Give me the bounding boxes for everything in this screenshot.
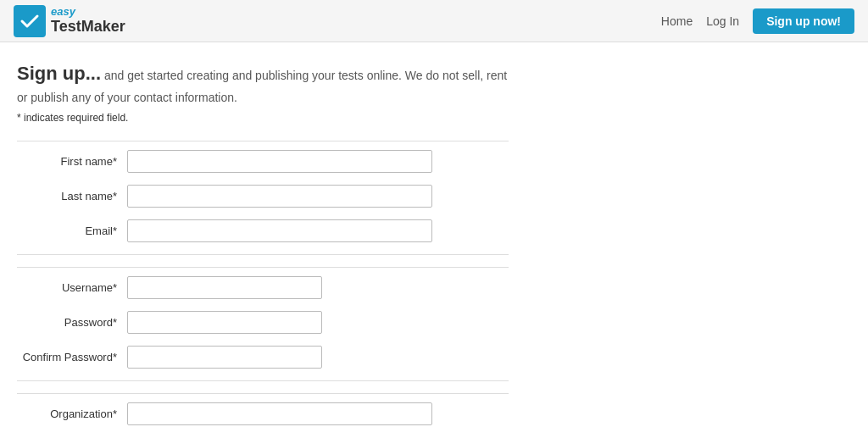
org-section: Organization* Zip/Postal Code Country Un… xyxy=(17,393,509,427)
organization-label: Organization* xyxy=(17,408,127,420)
password-label: Password* xyxy=(17,316,127,329)
confirm-password-label: Confirm Password* xyxy=(17,351,127,363)
credentials-section: Username* Password* Confirm Password* xyxy=(17,267,509,369)
first-name-label: First name* xyxy=(17,155,127,168)
confirm-password-input[interactable] xyxy=(127,346,322,369)
organization-input[interactable] xyxy=(127,402,432,425)
page-heading: Sign up... and get started creating and … xyxy=(17,63,509,107)
username-input[interactable] xyxy=(127,276,322,299)
logo-text: easy TestMaker xyxy=(51,6,125,35)
username-group: Username* xyxy=(17,276,509,299)
logo-testmaker: TestMaker xyxy=(51,19,125,36)
confirm-password-group: Confirm Password* xyxy=(17,346,509,369)
main-content: Sign up... and get started creating and … xyxy=(0,42,526,427)
email-input[interactable] xyxy=(127,219,432,242)
logo-easy: easy xyxy=(51,6,125,18)
site-header: easy TestMaker Home Log In Sign up now! xyxy=(0,0,868,42)
nav: Home Log In Sign up now! xyxy=(661,8,854,34)
password-group: Password* xyxy=(17,311,509,334)
divider-1 xyxy=(17,254,509,255)
heading-bold: Sign up... xyxy=(17,63,101,84)
signup-button[interactable]: Sign up now! xyxy=(753,8,854,34)
logo: easy TestMaker xyxy=(14,5,125,37)
last-name-group: Last name* xyxy=(17,185,509,208)
signup-form: First name* Last name* Email* Username* … xyxy=(17,141,509,427)
last-name-label: Last name* xyxy=(17,190,127,202)
first-name-input[interactable] xyxy=(127,150,432,173)
login-link[interactable]: Log In xyxy=(706,14,739,28)
username-label: Username* xyxy=(17,281,127,294)
logo-icon xyxy=(14,5,46,37)
first-name-group: First name* xyxy=(17,150,509,173)
email-label: Email* xyxy=(17,225,127,237)
last-name-input[interactable] xyxy=(127,185,432,208)
email-group: Email* xyxy=(17,219,509,242)
name-section: First name* Last name* Email* xyxy=(17,141,509,242)
required-note: * indicates required field. xyxy=(17,112,509,124)
organization-group: Organization* xyxy=(17,402,509,425)
divider-2 xyxy=(17,380,509,381)
password-input[interactable] xyxy=(127,311,322,334)
home-link[interactable]: Home xyxy=(661,14,693,28)
